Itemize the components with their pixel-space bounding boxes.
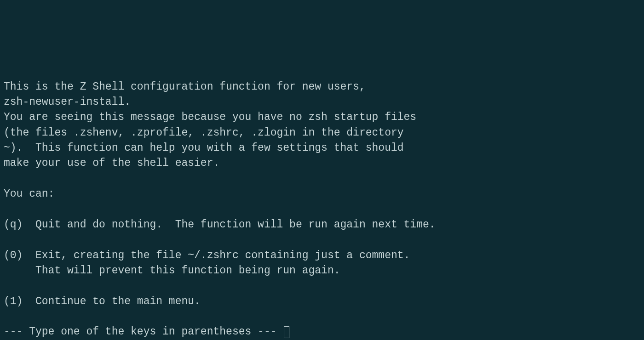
option-0-line-2: That will prevent this function being ru… bbox=[4, 265, 340, 277]
option-q: (q) Quit and do nothing. The function wi… bbox=[4, 219, 436, 231]
input-prompt: --- Type one of the keys in parentheses … bbox=[4, 326, 283, 338]
intro-line-2: zsh-newuser-install. bbox=[4, 96, 131, 108]
intro-line-3: You are seeing this message because you … bbox=[4, 111, 416, 123]
option-1: (1) Continue to the main menu. bbox=[4, 295, 201, 307]
intro-line-6: make your use of the shell easier. bbox=[4, 157, 219, 169]
intro-line-1: This is the Z Shell configuration functi… bbox=[4, 81, 366, 93]
intro-line-4: (the files .zshenv, .zprofile, .zshrc, .… bbox=[4, 127, 404, 139]
intro-line-5: ~). This function can help you with a fe… bbox=[4, 142, 404, 154]
cursor-icon[interactable] bbox=[284, 326, 289, 338]
you-can-label: You can: bbox=[4, 188, 54, 200]
terminal-output[interactable]: This is the Z Shell configuration functi… bbox=[4, 64, 640, 340]
option-0-line-1: (0) Exit, creating the file ~/.zshrc con… bbox=[4, 249, 410, 261]
